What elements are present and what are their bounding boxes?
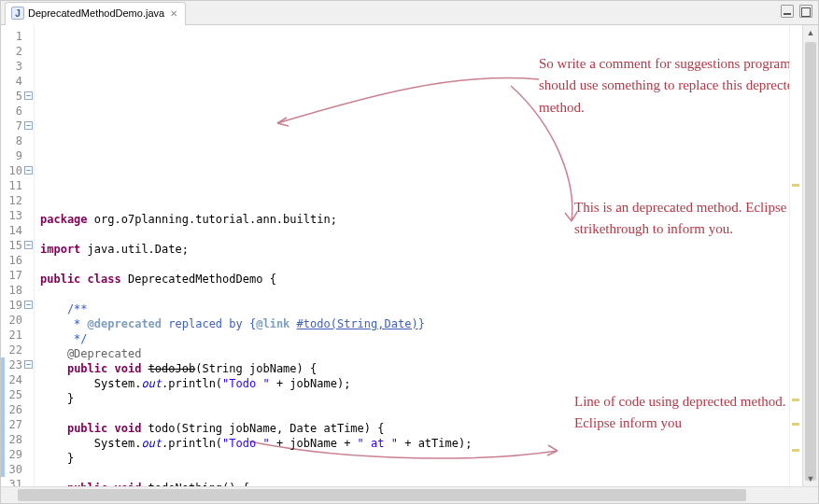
line-number: 19− (1, 298, 34, 313)
java-file-icon: J (11, 7, 24, 20)
line-number: 24 (1, 372, 34, 387)
line-number: 28 (1, 432, 34, 447)
line-number: 26 (1, 402, 34, 417)
fold-toggle-icon[interactable]: − (24, 166, 33, 175)
line-number: 5− (1, 89, 34, 104)
line-number: 6 (1, 104, 34, 119)
line-number: 20 (1, 313, 34, 328)
line-number: 10− (1, 163, 34, 178)
annotation-comment: So write a comment for suggestions progr… (539, 53, 819, 119)
line-number: 12 (1, 193, 34, 208)
code-line[interactable]: } (35, 451, 818, 466)
editor-tab[interactable]: J DeprecatedMethodDemo.java ✕ (5, 2, 186, 25)
code-line[interactable]: /** (35, 301, 818, 316)
warning-marker[interactable] (792, 423, 799, 426)
line-number: 8 (1, 133, 34, 148)
code-line[interactable] (35, 257, 818, 272)
line-number: 23− (1, 357, 34, 372)
line-number: 4 (1, 74, 34, 89)
view-toolbar (781, 5, 812, 18)
overview-ruler[interactable] (789, 25, 802, 486)
line-number: 1 (1, 29, 34, 44)
code-line[interactable]: public class DeprecatedMethodDemo { (35, 272, 818, 287)
scroll-up-icon[interactable]: ▲ (803, 25, 818, 40)
code-line[interactable]: System.out.println("Todo " + jobName); (35, 376, 818, 391)
line-number: 9 (1, 148, 34, 163)
warning-marker[interactable] (792, 449, 799, 452)
code-line[interactable]: } (35, 391, 818, 406)
fold-toggle-icon[interactable]: − (24, 360, 33, 369)
tab-bar: J DeprecatedMethodDemo.java ✕ (1, 1, 818, 25)
line-number: 15− (1, 238, 34, 253)
scrollbar-thumb[interactable] (805, 42, 816, 481)
arrow-icon (268, 72, 548, 137)
fold-toggle-icon[interactable]: − (24, 241, 33, 249)
minimize-icon[interactable] (781, 5, 794, 18)
warning-marker[interactable] (792, 399, 799, 401)
code-line[interactable] (35, 466, 818, 481)
code-area[interactable]: So write a comment for suggestions progr… (35, 25, 818, 486)
line-number: 21 (1, 328, 34, 343)
horizontal-scrollbar[interactable] (1, 486, 818, 503)
editor: 12345−67−8910−1112131415−16171819−202122… (1, 25, 818, 486)
arrow-icon (408, 81, 595, 231)
code-line[interactable]: * @deprecated replaced by {@link #todo(S… (35, 316, 818, 331)
line-number: 18 (1, 283, 34, 298)
line-number: 3 (1, 59, 34, 74)
code-line[interactable]: public void todo(String jobName, Date at… (35, 421, 818, 436)
code-line[interactable] (35, 406, 818, 421)
scroll-down-icon[interactable]: ▼ (803, 471, 818, 486)
line-number: 11 (1, 178, 34, 193)
code-line[interactable]: public void todoJob(String jobName) { (35, 361, 818, 376)
line-number: 25 (1, 387, 34, 402)
line-number: 29 (1, 447, 34, 462)
code-line[interactable]: import java.util.Date; (35, 242, 818, 257)
line-number: 2 (1, 44, 34, 59)
line-number: 27 (1, 417, 34, 432)
code-line[interactable]: @Deprecated (35, 346, 818, 361)
line-number: 17 (1, 268, 34, 283)
line-number: 22 (1, 343, 34, 357)
code-line[interactable] (35, 227, 818, 242)
tab-filename: DeprecatedMethodDemo.java (28, 7, 164, 19)
fold-toggle-icon[interactable]: − (24, 301, 33, 309)
line-number: 7− (1, 119, 34, 133)
fold-toggle-icon[interactable]: − (24, 121, 33, 130)
code-line[interactable]: package org.o7planning.tutorial.ann.buil… (35, 212, 818, 227)
line-gutter: 12345−67−8910−1112131415−16171819−202122… (1, 25, 35, 486)
line-number: 16 (1, 253, 34, 268)
close-icon[interactable]: ✕ (170, 8, 177, 19)
scrollbar-thumb[interactable] (18, 489, 746, 501)
fold-toggle-icon[interactable]: − (24, 91, 33, 100)
code-line[interactable] (35, 287, 818, 301)
code-line[interactable]: */ (35, 331, 818, 346)
warning-marker[interactable] (792, 184, 799, 187)
line-number: 13 (1, 208, 34, 223)
maximize-icon[interactable] (799, 5, 812, 18)
vertical-scrollbar[interactable]: ▲ ▼ (802, 25, 818, 486)
code-line[interactable]: System.out.println("Todo " + jobName + "… (35, 436, 818, 451)
line-number: 14 (1, 223, 34, 238)
line-number: 30 (1, 462, 34, 477)
